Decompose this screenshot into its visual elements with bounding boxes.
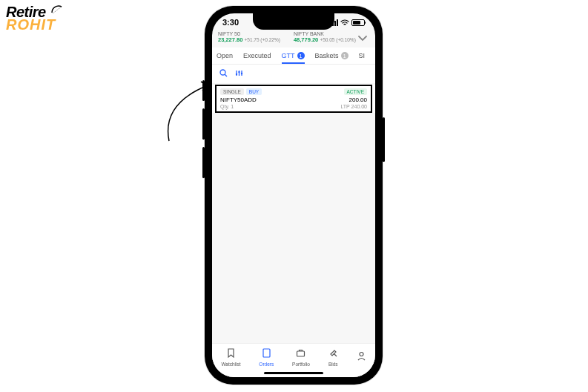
nav-portfolio[interactable]: Portfolio bbox=[292, 348, 310, 367]
order-side-tag: BUY bbox=[246, 88, 262, 95]
order-tabs: Open Executed GTT 1 Baskets 1 SI bbox=[212, 48, 375, 65]
tab-sip[interactable]: SI bbox=[359, 48, 366, 64]
chevron-down-icon[interactable] bbox=[357, 33, 368, 45]
tab-label: SI bbox=[359, 52, 366, 59]
order-qty: Qty. 1 bbox=[220, 104, 234, 109]
gtt-order-card[interactable]: SINGLE BUY ACTIVE NIFTY50ADD 200.00 Qty.… bbox=[215, 85, 372, 113]
market-value: 48,779.20 +50.05 (+0.10%) bbox=[294, 36, 356, 43]
phone-notch bbox=[253, 13, 334, 30]
battery-icon bbox=[351, 19, 365, 26]
phone-volume-up-button bbox=[202, 108, 205, 140]
orders-content: SINGLE BUY ACTIVE NIFTY50ADD 200.00 Qty.… bbox=[212, 85, 375, 113]
order-status-tag: ACTIVE bbox=[344, 88, 367, 95]
orders-icon bbox=[262, 348, 271, 360]
nav-label: Bids bbox=[328, 362, 338, 367]
nav-watchlist[interactable]: Watchlist bbox=[221, 348, 240, 367]
nav-label: Orders bbox=[259, 362, 274, 367]
svg-point-10 bbox=[360, 352, 363, 356]
bookmark-icon bbox=[226, 348, 236, 360]
order-type-tag: SINGLE bbox=[220, 88, 244, 95]
logo-line2: ROHIT bbox=[6, 19, 56, 31]
phone-screen: 3:30 NIFTY 50 23,227.80 +51.75 (+0.22%) … bbox=[212, 13, 375, 377]
market-value: 23,227.80 +51.75 (+0.22%) bbox=[218, 36, 280, 43]
nav-label: Portfolio bbox=[292, 362, 310, 367]
tab-open[interactable]: Open bbox=[217, 48, 233, 64]
phone-side-button bbox=[202, 80, 205, 101]
svg-line-1 bbox=[225, 74, 227, 76]
wifi-icon bbox=[340, 19, 349, 26]
user-icon bbox=[357, 351, 366, 363]
market-label: NIFTY BANK bbox=[294, 31, 356, 36]
tab-label: Baskets bbox=[315, 52, 339, 59]
filter-icon[interactable] bbox=[235, 69, 243, 79]
svg-rect-8 bbox=[263, 349, 270, 357]
nav-bids[interactable]: Bids bbox=[328, 348, 338, 367]
brand-logo: Retire ROHIT bbox=[6, 6, 56, 31]
nav-profile[interactable] bbox=[357, 351, 366, 365]
svg-point-0 bbox=[220, 70, 225, 75]
phone-power-button bbox=[383, 117, 385, 162]
order-row-sub: Qty. 1 LTP 240.00 bbox=[220, 104, 367, 109]
nav-orders[interactable]: Orders bbox=[259, 348, 274, 367]
svg-point-7 bbox=[241, 73, 242, 74]
order-left-tags: SINGLE BUY bbox=[220, 88, 262, 95]
order-row-main: NIFTY50ADD 200.00 bbox=[220, 97, 367, 103]
logo-arc-icon bbox=[51, 4, 63, 14]
gavel-icon bbox=[328, 348, 338, 360]
tab-gtt[interactable]: GTT 1 bbox=[282, 48, 305, 64]
market-item-niftybank[interactable]: NIFTY BANK 48,779.20 +50.05 (+0.10%) bbox=[294, 31, 356, 43]
svg-rect-9 bbox=[297, 351, 305, 356]
tab-badge: 1 bbox=[297, 52, 305, 59]
tab-baskets[interactable]: Baskets 1 bbox=[315, 48, 348, 64]
svg-point-6 bbox=[238, 71, 240, 73]
tab-label: GTT bbox=[282, 52, 295, 59]
tab-label: Open bbox=[217, 52, 233, 59]
order-symbol: NIFTY50ADD bbox=[220, 97, 257, 103]
status-right-icons bbox=[330, 19, 365, 26]
filter-row bbox=[212, 65, 375, 83]
search-icon[interactable] bbox=[219, 69, 228, 79]
order-ltp: LTP 240.00 bbox=[340, 104, 367, 109]
tab-badge: 1 bbox=[341, 52, 348, 59]
home-indicator bbox=[264, 372, 323, 374]
status-time: 3:30 bbox=[222, 18, 239, 27]
briefcase-icon bbox=[296, 348, 305, 360]
phone-frame: 3:30 NIFTY 50 23,227.80 +51.75 (+0.22%) … bbox=[205, 6, 383, 385]
svg-point-5 bbox=[236, 74, 237, 75]
phone-volume-down-button bbox=[202, 147, 205, 178]
order-row-tags: SINGLE BUY ACTIVE bbox=[220, 88, 367, 95]
order-price: 200.00 bbox=[349, 97, 367, 103]
market-item-nifty50[interactable]: NIFTY 50 23,227.80 +51.75 (+0.22%) bbox=[218, 31, 280, 43]
market-bar: NIFTY 50 23,227.80 +51.75 (+0.22%) NIFTY… bbox=[212, 27, 375, 48]
tab-executed[interactable]: Executed bbox=[243, 48, 271, 64]
market-label: NIFTY 50 bbox=[218, 31, 280, 36]
nav-label: Watchlist bbox=[221, 362, 240, 367]
tab-label: Executed bbox=[243, 52, 271, 59]
